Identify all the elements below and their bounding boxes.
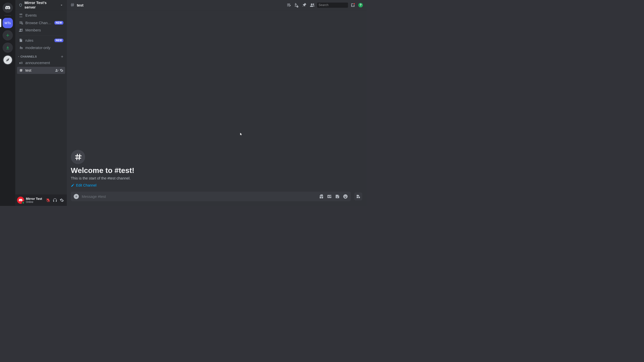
create-channel-icon[interactable] xyxy=(60,55,64,59)
hash-shield-icon xyxy=(19,46,23,50)
help-icon: ? xyxy=(358,3,363,7)
guild-separator xyxy=(4,15,11,16)
welcome-subtitle: This is the start of the #test channel. xyxy=(71,176,363,181)
deafen-button[interactable] xyxy=(52,197,58,203)
sidebar-item-browse-channels[interactable]: Browse Channels NEW xyxy=(17,19,65,26)
compass-icon xyxy=(3,55,13,65)
sidebar-item-label: Browse Channels xyxy=(25,21,52,25)
pin-icon xyxy=(302,3,307,8)
channel-test[interactable]: test xyxy=(17,67,65,74)
notification-dot xyxy=(353,3,355,5)
megaphone-icon xyxy=(19,61,23,65)
gift-icon[interactable] xyxy=(319,194,324,199)
chat-header: test ? xyxy=(67,0,366,10)
threads-button[interactable] xyxy=(286,2,292,8)
server-mirror-tests[interactable]: MTs xyxy=(3,18,13,28)
browse-icon xyxy=(19,21,23,25)
message-area: Welcome to #test! This is the start of t… xyxy=(67,10,366,192)
composer-row xyxy=(67,192,366,206)
member-list-button[interactable] xyxy=(309,2,315,8)
invite-icon[interactable] xyxy=(55,68,59,72)
server-header[interactable]: Mirror Test's server xyxy=(15,0,67,10)
sidebar-item-label: Events xyxy=(25,13,63,18)
mute-button[interactable] xyxy=(45,197,51,203)
sidebar-item-events[interactable]: Events xyxy=(17,12,65,19)
pencil-icon xyxy=(71,183,75,187)
bell-muted-icon xyxy=(294,3,299,8)
download-icon xyxy=(5,45,10,50)
gear-icon xyxy=(60,198,64,202)
chevron-down-icon xyxy=(60,3,63,7)
apps-button[interactable] xyxy=(354,193,362,201)
download-apps-button[interactable] xyxy=(3,42,13,53)
channel-sidebar: Mirror Test's server Events Browse Chann… xyxy=(15,0,67,206)
hash-icon xyxy=(70,2,75,8)
user-status: Online xyxy=(26,201,43,204)
channel-moderator-only[interactable]: moderator-only xyxy=(17,44,65,51)
channel-label: moderator-only xyxy=(25,46,63,50)
sidebar-divider xyxy=(19,35,63,35)
sidebar-item-label: Members xyxy=(25,28,63,32)
channel-label: announcement xyxy=(25,61,63,65)
discover-button[interactable] xyxy=(3,55,13,65)
user-info[interactable]: Mirror Test Online xyxy=(26,197,43,203)
channel-rules[interactable]: rules NEW xyxy=(17,37,65,44)
message-composer[interactable] xyxy=(71,192,351,201)
channel-announcement[interactable]: announcement xyxy=(17,59,65,66)
edit-channel-link[interactable]: Edit Channel xyxy=(71,183,97,187)
server-name: Mirror Test's server xyxy=(24,1,58,10)
members-icon xyxy=(19,28,23,32)
gear-icon[interactable] xyxy=(60,68,63,72)
plus-icon xyxy=(74,195,78,198)
message-input[interactable] xyxy=(82,194,316,199)
category-channels[interactable]: CHANNELS xyxy=(17,52,65,59)
plus-icon xyxy=(5,33,10,38)
mic-muted-icon xyxy=(46,198,50,202)
threads-icon xyxy=(287,3,291,8)
user-name: Mirror Test xyxy=(26,197,43,200)
sticker-icon[interactable] xyxy=(335,194,340,199)
chat-area: test ? Welcome to #test! This is the sta… xyxy=(67,0,366,206)
attach-button[interactable] xyxy=(74,194,79,199)
emoji-icon[interactable] xyxy=(343,194,348,199)
channel-label: rules xyxy=(25,38,52,43)
gif-icon[interactable] xyxy=(327,194,332,199)
welcome-block: Welcome to #test! This is the start of t… xyxy=(71,150,363,189)
category-label: CHANNELS xyxy=(20,55,37,58)
members-icon xyxy=(310,3,314,8)
channel-list: Events Browse Channels NEW Members rules… xyxy=(15,10,67,195)
welcome-title: Welcome to #test! xyxy=(71,166,363,175)
sidebar-item-members[interactable]: Members xyxy=(17,27,65,34)
guilds-bar: MTs xyxy=(0,0,15,206)
welcome-hash-icon xyxy=(71,150,85,164)
rules-icon xyxy=(19,38,23,42)
edit-channel-label: Edit Channel xyxy=(76,183,96,187)
discord-icon xyxy=(5,5,11,11)
hash-icon xyxy=(19,68,23,72)
notifications-button[interactable] xyxy=(294,2,300,8)
community-badge-icon xyxy=(19,3,23,7)
help-button[interactable]: ? xyxy=(358,2,364,8)
channel-title: test xyxy=(77,3,83,8)
headphones-icon xyxy=(53,198,57,202)
new-badge: NEW xyxy=(54,38,63,42)
user-panel: Mirror Test Online xyxy=(15,195,67,206)
status-indicator-online xyxy=(22,201,24,204)
calendar-icon xyxy=(19,13,23,17)
cursor-icon xyxy=(240,132,243,135)
home-button[interactable] xyxy=(3,3,13,13)
add-server-button[interactable] xyxy=(3,30,13,40)
new-badge: NEW xyxy=(54,21,63,24)
user-avatar[interactable] xyxy=(17,197,24,204)
inbox-button[interactable] xyxy=(350,2,356,8)
user-settings-button[interactable] xyxy=(59,197,65,203)
channel-label: test xyxy=(25,68,53,73)
chevron-down-icon xyxy=(17,55,20,58)
search-box[interactable] xyxy=(317,3,348,8)
apps-icon xyxy=(356,194,361,199)
pinned-button[interactable] xyxy=(302,2,307,8)
